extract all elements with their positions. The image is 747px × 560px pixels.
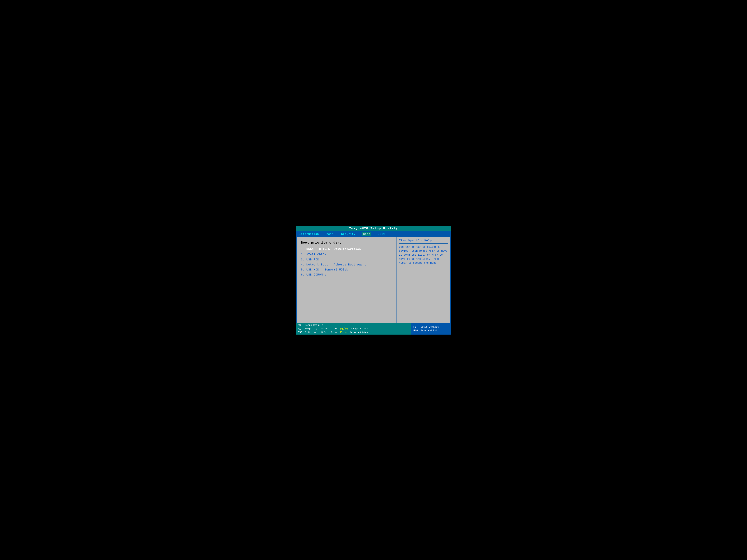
main-area: Boot priority order: 1. HDD0 : Hitachi H… <box>296 237 451 323</box>
f9-key: F9 <box>298 324 303 327</box>
boot-item-4-label: Network Boot : Atheros Boot Agent <box>306 263 366 266</box>
boot-item-6-label: USB CDROM : <box>306 273 326 276</box>
leftright-key: ↔ <box>314 331 319 334</box>
bottom-f9-right: F9 Setup Default <box>413 326 448 328</box>
bottom-row-f5f6: F5/F6 Change Values <box>340 327 368 330</box>
boot-item-4-number: 4. <box>301 263 306 266</box>
bottom-row-esc: ESC Exit <box>298 331 310 334</box>
boot-item-2[interactable]: 2. ATAPI CDROM : <box>301 253 392 256</box>
boot-item-1-label: HDD0 : Hitachi HTS542520K9SA00 <box>306 248 361 251</box>
bottom-f10-right: F10 Save and Exit <box>413 329 448 332</box>
bottom-row-leftright: ↔ Select Menu <box>314 331 337 334</box>
bottom-bar: F9 Setup Default F1 Help ↑↓ Select Item <box>296 323 451 335</box>
boot-item-3-label: USB FDD : <box>306 258 323 261</box>
left-panel: Boot priority order: 1. HDD0 : Hitachi H… <box>297 237 396 323</box>
bottom-combined: F9 Setup Default F1 Help ↑↓ Select Item <box>296 323 451 335</box>
menu-main[interactable]: Main <box>325 232 335 236</box>
bios-title: InsydeH2O Setup Utility <box>349 227 398 230</box>
f9-right-key: F9 <box>413 326 419 328</box>
menu-boot[interactable]: Boot <box>362 232 371 236</box>
boot-item-5[interactable]: 5. USB HDD : General UDisk <box>301 268 392 271</box>
esc-desc: Exit <box>305 331 310 334</box>
change-values-desc: Change Values <box>350 327 368 330</box>
menu-bar: Information Main Security Boot Exit <box>296 231 451 237</box>
select-item-desc: Select Item <box>321 327 337 330</box>
select-menu-desc: Select Menu <box>321 331 337 334</box>
bios-container: InsydeH2O Setup Utility Information Main… <box>296 225 451 335</box>
menu-information[interactable]: Information <box>298 232 320 236</box>
bottom-row-f9: F9 Setup Default <box>298 324 410 327</box>
select-submenu-desc: Select▶SubMenu <box>350 331 369 334</box>
f1-desc: Help <box>305 327 310 330</box>
menu-security[interactable]: Security <box>340 232 357 236</box>
updown-key: ↑↓ <box>314 327 319 330</box>
menu-exit[interactable]: Exit <box>377 232 386 236</box>
bottom-row-updown: ↑↓ Select Item <box>314 327 337 330</box>
enter-key: Enter <box>340 331 348 334</box>
f5f6-key: F5/F6 <box>340 327 348 330</box>
bottom-left: F9 Setup Default F1 Help ↑↓ Select Item <box>296 323 411 335</box>
bottom-row-f1: F1 Help <box>298 327 310 330</box>
boot-item-1[interactable]: 1. HDD0 : Hitachi HTS542520K9SA00 <box>301 248 392 251</box>
f9-desc: Setup Default <box>305 324 323 326</box>
boot-item-5-number: 5. <box>301 268 306 271</box>
bottom-right: F9 Setup Default F10 Save and Exit <box>411 323 451 335</box>
f10-right-desc: Save and Exit <box>420 329 439 332</box>
bottom-row-enter: Enter Select▶SubMenu <box>340 331 369 334</box>
boot-item-2-label: ATAPI CDROM : <box>306 253 330 256</box>
boot-item-6-number: 6. <box>301 273 306 276</box>
f10-right-key: F10 <box>413 329 419 332</box>
f1-key: F1 <box>298 327 303 330</box>
help-title: Item Specific Help <box>399 239 448 244</box>
title-bar: InsydeH2O Setup Utility <box>296 225 451 231</box>
help-text: Use <↑> or <↓> to select a device, then … <box>399 245 448 265</box>
boot-item-3-number: 3. <box>301 258 306 261</box>
boot-item-2-number: 2. <box>301 253 306 256</box>
boot-order-title: Boot priority order: <box>301 241 392 244</box>
right-panel: Item Specific Help Use <↑> or <↓> to sel… <box>396 237 450 323</box>
esc-key: ESC <box>298 331 303 334</box>
bios-screen: InsydeH2O Setup Utility Information Main… <box>293 222 454 338</box>
boot-item-5-label: USB HDD : General UDisk <box>306 268 348 271</box>
f9-right-desc: Setup Default <box>420 326 439 328</box>
boot-item-1-number: 1. <box>301 248 306 251</box>
boot-item-4[interactable]: 4. Network Boot : Atheros Boot Agent <box>301 263 392 266</box>
boot-item-3[interactable]: 3. USB FDD : <box>301 258 392 261</box>
boot-item-6[interactable]: 6. USB CDROM : <box>301 273 392 276</box>
